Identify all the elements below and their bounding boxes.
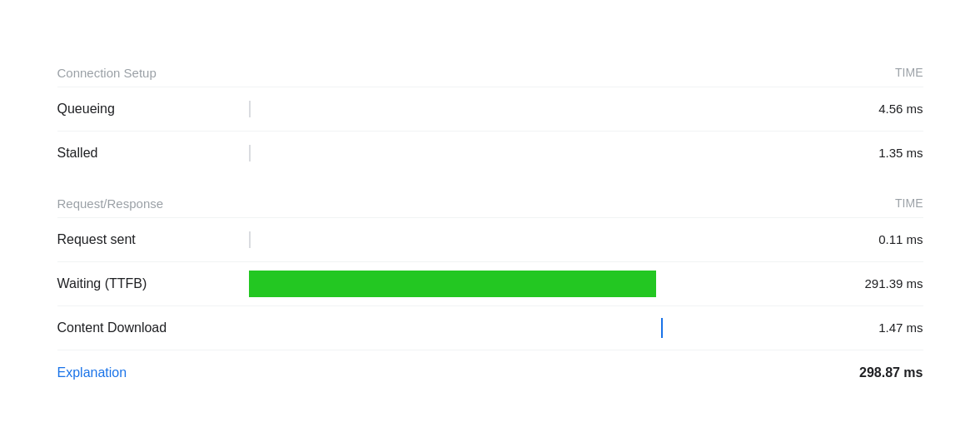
footer-row: Explanation 298.87 ms <box>57 350 923 385</box>
queueing-bar <box>249 101 251 117</box>
stalled-bar-area <box>241 140 840 166</box>
content-download-bar <box>661 318 663 338</box>
request-sent-row: Request sent 0.11 ms <box>57 217 923 261</box>
content-download-row: Content Download 1.47 ms <box>57 305 923 350</box>
content-download-time: 1.47 ms <box>840 320 923 335</box>
request-sent-time: 0.11 ms <box>840 232 923 246</box>
connection-setup-time-label: TIME <box>840 66 923 79</box>
waiting-ttfb-bar-area <box>241 271 840 297</box>
request-sent-bar-area <box>241 226 840 253</box>
total-time: 298.87 ms <box>859 365 923 380</box>
timing-panel: Connection Setup TIME Queueing 4.56 ms S… <box>32 41 948 402</box>
request-response-header: Request/Response TIME <box>57 188 923 217</box>
request-sent-label: Request sent <box>57 232 241 247</box>
queueing-time: 4.56 ms <box>840 102 923 116</box>
waiting-ttfb-row: Waiting (TTFB) 291.39 ms <box>57 261 923 305</box>
request-response-title: Request/Response <box>57 196 164 211</box>
request-response-time-label: TIME <box>840 196 923 210</box>
waiting-ttfb-time: 291.39 ms <box>840 276 923 291</box>
explanation-link[interactable]: Explanation <box>57 365 127 380</box>
content-download-label: Content Download <box>57 320 241 335</box>
stalled-bar <box>249 145 251 161</box>
queueing-label: Queueing <box>57 102 241 117</box>
section-divider <box>57 175 923 188</box>
waiting-ttfb-bar <box>249 271 657 297</box>
stalled-label: Stalled <box>57 146 241 161</box>
connection-setup-header: Connection Setup TIME <box>57 57 923 87</box>
queueing-bar-area <box>241 96 840 122</box>
stalled-row: Stalled 1.35 ms <box>57 131 923 175</box>
waiting-ttfb-label: Waiting (TTFB) <box>57 276 241 291</box>
content-download-bar-area <box>241 315 840 341</box>
queueing-row: Queueing 4.56 ms <box>57 87 923 131</box>
connection-setup-title: Connection Setup <box>57 66 157 80</box>
request-sent-bar <box>249 231 251 248</box>
stalled-time: 1.35 ms <box>840 146 923 160</box>
